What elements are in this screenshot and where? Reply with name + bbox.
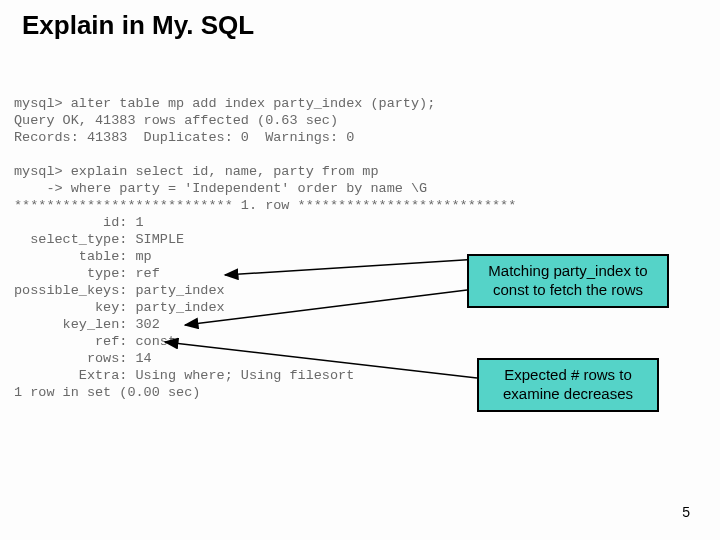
terminal-line: 1 row in set (0.00 sec)	[14, 385, 200, 400]
terminal-output: mysql> alter table mp add index party_in…	[14, 78, 516, 401]
terminal-line: type: ref	[14, 266, 160, 281]
terminal-line: mysql> explain select id, name, party fr…	[14, 164, 379, 179]
terminal-line: id: 1	[14, 215, 144, 230]
callout-text: examine decreases	[503, 385, 633, 402]
callout-text: const to fetch the rows	[493, 281, 643, 298]
terminal-line: *************************** 1. row *****…	[14, 198, 516, 213]
terminal-line: Extra: Using where; Using filesort	[14, 368, 354, 383]
callout-matching-index: Matching party_index to const to fetch t…	[467, 254, 669, 308]
terminal-line: mysql> alter table mp add index party_in…	[14, 96, 435, 111]
terminal-line: select_type: SIMPLE	[14, 232, 184, 247]
terminal-line: -> where party = 'Independent' order by …	[14, 181, 427, 196]
terminal-line: rows: 14	[14, 351, 152, 366]
callout-expected-rows: Expected # rows to examine decreases	[477, 358, 659, 412]
terminal-line: ref: const	[14, 334, 176, 349]
callout-text: Matching party_index to	[488, 262, 647, 279]
terminal-line: Query OK, 41383 rows affected (0.63 sec)	[14, 113, 338, 128]
page-number: 5	[682, 504, 690, 520]
terminal-line: key: party_index	[14, 300, 225, 315]
terminal-line: key_len: 302	[14, 317, 160, 332]
terminal-line: Records: 41383 Duplicates: 0 Warnings: 0	[14, 130, 354, 145]
terminal-line: possible_keys: party_index	[14, 283, 225, 298]
callout-text: Expected # rows to	[504, 366, 632, 383]
terminal-line: table: mp	[14, 249, 152, 264]
slide-title: Explain in My. SQL	[22, 10, 254, 41]
